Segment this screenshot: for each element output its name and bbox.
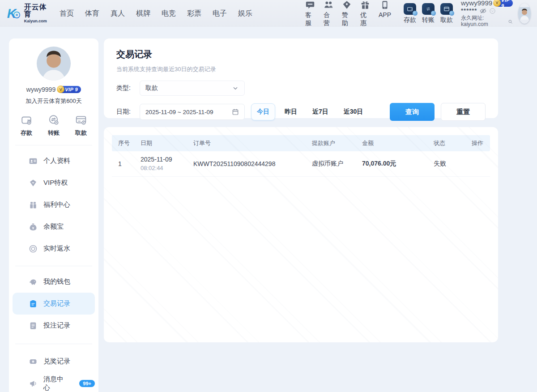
partnership-button[interactable]: 合营 — [324, 0, 333, 27]
gift-icon — [360, 0, 370, 10]
page-title: 交易记录 — [116, 48, 486, 60]
sidebar-item-prizes[interactable]: 兑奖记录 — [13, 350, 95, 372]
brand-logo[interactable]: K 开云体育 Kaiyun.com — [6, 4, 50, 23]
transfer-circle-icon — [48, 114, 60, 126]
filter-card: 交易记录 当前系统支持查询最近30日的交易记录 类型: 取款 日期: 2025-… — [104, 38, 498, 118]
transfer-button-top[interactable]: 转账 — [422, 3, 435, 24]
sidebar-avatar[interactable] — [37, 47, 71, 81]
avatar[interactable] — [518, 3, 531, 24]
type-select[interactable]: 取款 — [140, 81, 245, 96]
withdraw-shortcut[interactable]: 取款 — [75, 114, 87, 137]
piggy-bank-icon — [29, 277, 38, 286]
col-index: 序号 — [112, 139, 134, 147]
username: wywy9999 — [461, 0, 492, 7]
masked-balance: ****** — [461, 8, 477, 14]
transfer-shortcut[interactable]: 转账 — [48, 114, 60, 137]
sidebar-item-benefits[interactable]: 福利中心 — [13, 194, 95, 216]
bet-record-icon — [29, 321, 38, 330]
sidebar-username: wywy9999 — [26, 86, 55, 93]
nav-sports[interactable]: 体育 — [85, 9, 99, 18]
sidebar-item-rebate[interactable]: 实时返水 — [13, 238, 95, 260]
nav-esports[interactable]: 电竞 — [162, 9, 176, 18]
user-info-block: wywy9999 V VIP 9 ****** 永久网址: kaiyun.com — [461, 0, 513, 28]
wallet-icon — [21, 114, 32, 126]
transfer-icon — [425, 6, 431, 12]
nav-chess[interactable]: 棋牌 — [136, 9, 150, 18]
reset-button[interactable]: 重置 — [441, 103, 486, 121]
quick-icon-group: 客服 合营 赞助 优惠 — [305, 0, 391, 27]
col-account: 提款账户 — [306, 139, 356, 147]
brand-name: 开云体育 — [24, 4, 50, 18]
range-yesterday-button[interactable]: 昨日 — [279, 103, 303, 120]
diamond-icon — [342, 0, 352, 10]
nav-entertainment[interactable]: 娱乐 — [238, 9, 252, 18]
withdraw-icon — [443, 6, 450, 12]
cell-date: 2025-11-09 08:02:44 — [134, 155, 187, 172]
nav-slots[interactable]: 电子 — [213, 9, 227, 18]
sidebar-item-transactions[interactable]: 交易记录 — [13, 293, 95, 315]
sidebar-avatar-image — [37, 47, 71, 81]
app-download-button[interactable]: APP — [379, 0, 391, 27]
sidebar-item-messages[interactable]: 消息中心 99+ — [13, 372, 95, 392]
magnifier-icon[interactable] — [508, 19, 513, 25]
calendar-icon — [232, 108, 239, 115]
main-nav: 首页 体育 真人 棋牌 电竞 彩票 电子 娱乐 — [60, 9, 252, 18]
quick-range-group: 今日 昨日 近7日 近30日 — [251, 103, 369, 120]
transaction-record-icon — [29, 299, 38, 308]
withdraw-button-top[interactable]: 取款 — [440, 3, 453, 24]
vip-diamond-icon — [29, 179, 38, 187]
col-order: 订单号 — [187, 139, 306, 147]
col-status: 状态 — [427, 139, 465, 147]
col-date: 日期 — [134, 139, 187, 147]
records-card: 序号 日期 订单号 提款账户 金额 状态 操作 1 2025-11-09 08:… — [104, 127, 498, 342]
sponsor-button[interactable]: 赞助 — [342, 0, 352, 27]
range-today-button[interactable]: 今日 — [251, 103, 275, 120]
table-row: 1 2025-11-09 08:02:44 KWWT20251109080244… — [112, 151, 490, 177]
svg-text:K: K — [7, 6, 17, 21]
range-30days-button[interactable]: 近30日 — [338, 103, 369, 120]
sidebar-item-vip[interactable]: VIP特权 — [13, 172, 95, 194]
nav-live[interactable]: 真人 — [111, 9, 125, 18]
prize-ticket-icon — [29, 357, 38, 366]
sidebar-item-wallet[interactable]: 我的钱包 — [13, 271, 95, 293]
col-action: 操作 — [465, 139, 490, 147]
range-7days-button[interactable]: 近7日 — [307, 103, 334, 120]
customer-service-button[interactable]: 客服 — [305, 0, 315, 27]
cell-index: 1 — [112, 160, 134, 167]
nav-lottery[interactable]: 彩票 — [187, 9, 201, 18]
sidebar-item-yuebao[interactable]: 余额宝 — [13, 216, 95, 238]
sidebar: wywy9999 V VIP 9 加入开云体育第600天 存款 转账 取款 — [9, 38, 98, 392]
sidebar-wallet-shortcuts: 存款 转账 取款 — [9, 114, 98, 137]
cell-status: 失败 — [427, 160, 465, 168]
kaiyun-logo-icon: K — [6, 4, 21, 22]
eye-off-icon[interactable] — [480, 8, 486, 14]
promo-button[interactable]: 优惠 — [360, 0, 370, 27]
records-table: 序号 日期 订单号 提款账户 金额 状态 操作 1 2025-11-09 08:… — [112, 135, 490, 177]
phone-icon — [380, 0, 390, 10]
nav-home[interactable]: 首页 — [60, 9, 74, 18]
partners-icon — [324, 0, 333, 10]
deposit-shortcut[interactable]: 存款 — [21, 114, 32, 137]
gift-box-icon — [29, 200, 38, 209]
deposit-button-top[interactable]: 存款 — [404, 3, 416, 24]
page-subtitle: 当前系统支持查询最近30日的交易记录 — [116, 65, 486, 73]
search-button[interactable]: 查询 — [390, 103, 435, 121]
permanent-url-label: 永久网址: kaiyun.com — [461, 15, 505, 28]
sidebar-item-bets[interactable]: 投注记录 — [13, 315, 95, 337]
date-range-input[interactable]: 2025-11-09 ~ 2025-11-09 — [140, 104, 245, 120]
divider — [15, 145, 92, 145]
sidebar-menu-group-3: 兑奖记录 消息中心 99+ — [9, 350, 98, 392]
chevron-down-circle-icon[interactable] — [489, 8, 496, 14]
type-label: 类型: — [116, 84, 140, 92]
col-amount: 金额 — [356, 139, 427, 147]
type-filter-row: 类型: 取款 — [116, 81, 486, 96]
avatar-image — [518, 3, 531, 24]
chat-icon — [305, 0, 315, 10]
id-card-icon — [29, 157, 38, 166]
vip-badge[interactable]: V VIP 9 — [495, 0, 513, 7]
cell-amount: 70,076.00元 — [356, 160, 427, 168]
deposit-icon — [407, 6, 413, 12]
sidebar-vip-badge[interactable]: V VIP 9 — [59, 86, 81, 93]
divider — [15, 266, 92, 266]
sidebar-item-profile[interactable]: 个人资料 — [13, 150, 95, 172]
